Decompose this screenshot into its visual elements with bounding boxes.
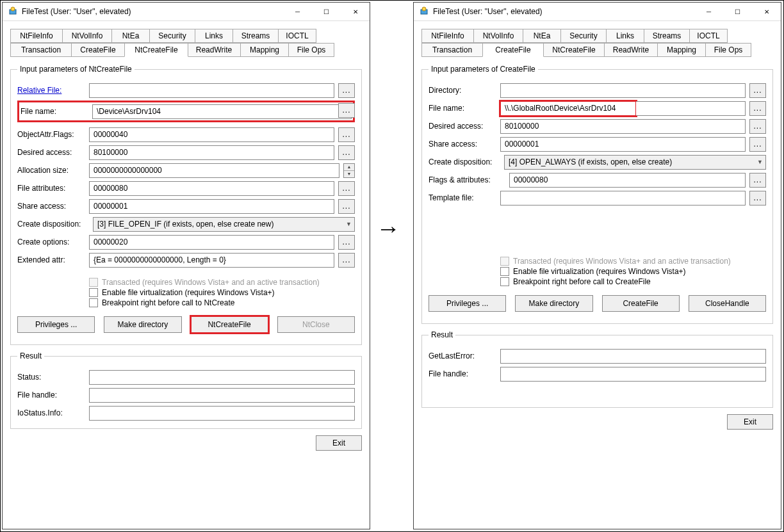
relative-file-input[interactable] bbox=[89, 83, 334, 98]
relative-file-browse-button[interactable]: ... bbox=[338, 83, 355, 98]
tab-ntvolinfo[interactable]: NtVolInfo bbox=[62, 29, 112, 43]
ext-attr-label: Extended attr: bbox=[17, 255, 89, 264]
alloc-size-input[interactable]: 0000000000000000 bbox=[89, 163, 339, 178]
file-name-browse-button[interactable]: ... bbox=[749, 101, 766, 116]
tab-fileops[interactable]: File Ops bbox=[288, 43, 334, 57]
flags-attr-button[interactable]: ... bbox=[749, 173, 766, 188]
relative-file-label[interactable]: Relative File: bbox=[17, 86, 89, 95]
make-directory-button[interactable]: Make directory bbox=[104, 316, 181, 333]
tab-ntfileinfo[interactable]: NtFileInfo bbox=[10, 29, 63, 43]
file-handle-output bbox=[89, 388, 355, 403]
file-attr-input[interactable]: 00000080 bbox=[89, 181, 334, 196]
maximize-button[interactable]: ☐ bbox=[312, 3, 341, 21]
objectattr-flags-input[interactable]: 00000040 bbox=[89, 127, 334, 142]
close-button[interactable]: ✕ bbox=[341, 3, 370, 21]
breakpoint-label: Breakpoint right before call to CreateFi… bbox=[513, 277, 651, 286]
ext-attr-input[interactable]: {Ea = 0000000000000000, Length = 0} bbox=[89, 253, 334, 268]
tab-ntea[interactable]: NtEa bbox=[523, 29, 561, 43]
tab-readwrite[interactable]: ReadWrite bbox=[604, 43, 658, 57]
closehandle-button[interactable]: CloseHandle bbox=[689, 295, 766, 312]
tab-ioctl[interactable]: IOCTL bbox=[689, 29, 728, 43]
exit-button[interactable]: Exit bbox=[727, 414, 773, 430]
group-result: Result GetLastError: File handle: x bbox=[421, 330, 773, 408]
tab-transaction[interactable]: Transaction bbox=[10, 43, 72, 57]
create-opts-button[interactable]: ... bbox=[338, 235, 355, 250]
breakpoint-checkbox[interactable] bbox=[500, 277, 509, 286]
ext-attr-button[interactable]: ... bbox=[338, 253, 355, 268]
tab-ioctl[interactable]: IOCTL bbox=[278, 29, 316, 43]
group-input-params: Input parameters of NtCreateFile Relativ… bbox=[10, 65, 362, 345]
desired-access-input[interactable]: 80100000 bbox=[500, 119, 746, 134]
tab-links[interactable]: Links bbox=[195, 29, 233, 43]
tab-createfile[interactable]: CreateFile bbox=[482, 43, 544, 57]
tab-ntcreatefile[interactable]: NtCreateFile bbox=[124, 43, 188, 57]
window-title: FileTest (User: "User", elevated) bbox=[433, 7, 694, 16]
tab-readwrite[interactable]: ReadWrite bbox=[187, 43, 241, 57]
file-attr-label: File attributes: bbox=[17, 184, 89, 193]
create-disp-select[interactable]: [3] FILE_OPEN_IF (if exists, open, else … bbox=[93, 217, 355, 232]
directory-browse-button[interactable]: ... bbox=[749, 83, 766, 98]
virtualization-checkbox[interactable] bbox=[500, 267, 509, 276]
file-name-input-rest[interactable] bbox=[636, 101, 746, 116]
template-file-input[interactable] bbox=[500, 191, 746, 206]
share-access-label: Share access: bbox=[429, 140, 500, 149]
create-disp-label: Create disposition: bbox=[429, 157, 504, 166]
file-handle-label: File handle: bbox=[429, 369, 500, 378]
tab-ntcreatefile[interactable]: NtCreateFile bbox=[543, 43, 605, 57]
template-file-label: Template file: bbox=[429, 193, 500, 202]
share-access-button[interactable]: ... bbox=[338, 199, 355, 214]
desired-access-button[interactable]: ... bbox=[749, 119, 766, 134]
tab-ntfileinfo[interactable]: NtFileInfo bbox=[421, 29, 474, 43]
minimize-button[interactable]: ─ bbox=[694, 3, 723, 21]
maximize-button[interactable]: ☐ bbox=[723, 3, 752, 21]
file-handle-output bbox=[500, 367, 766, 382]
tab-security[interactable]: Security bbox=[149, 29, 195, 43]
create-disp-select[interactable]: [4] OPEN_ALWAYS (if exists, open, else c… bbox=[504, 155, 766, 170]
tab-ntea[interactable]: NtEa bbox=[111, 29, 150, 43]
file-attr-button[interactable]: ... bbox=[338, 181, 355, 196]
desired-access-input[interactable]: 80100000 bbox=[89, 145, 334, 160]
file-name-browse-button[interactable]: ... bbox=[338, 103, 355, 118]
tab-links[interactable]: Links bbox=[606, 29, 644, 43]
file-name-label: File name: bbox=[20, 107, 92, 116]
tab-createfile[interactable]: CreateFile bbox=[71, 43, 125, 57]
transacted-checkbox bbox=[500, 257, 509, 266]
ntcreatefile-button[interactable]: NtCreateFile bbox=[191, 316, 268, 333]
createfile-button[interactable]: CreateFile bbox=[602, 295, 680, 312]
virtualization-checkbox[interactable] bbox=[89, 288, 98, 297]
file-name-input[interactable]: \Device\AsrDrv104 bbox=[92, 104, 352, 119]
file-name-input[interactable]: \\.\GlobalRoot\Device\AsrDrv104 bbox=[500, 101, 636, 116]
tab-transaction[interactable]: Transaction bbox=[421, 43, 483, 57]
titlebar: FileTest (User: "User", elevated) ─ ☐ ✕ bbox=[3, 3, 370, 21]
window-title: FileTest (User: "User", elevated) bbox=[22, 7, 283, 16]
directory-input[interactable] bbox=[500, 83, 746, 98]
file-handle-label: File handle: bbox=[17, 391, 89, 399]
svg-point-1 bbox=[11, 7, 15, 11]
create-disp-label: Create disposition: bbox=[17, 220, 93, 229]
tab-streams[interactable]: Streams bbox=[233, 29, 279, 43]
create-opts-input[interactable]: 00000020 bbox=[89, 235, 334, 250]
tab-mapping[interactable]: Mapping bbox=[657, 43, 706, 57]
share-access-input[interactable]: 00000001 bbox=[500, 137, 746, 152]
template-file-button[interactable]: ... bbox=[749, 191, 766, 206]
exit-button[interactable]: Exit bbox=[316, 435, 362, 451]
make-directory-button[interactable]: Make directory bbox=[515, 295, 592, 312]
tab-mapping[interactable]: Mapping bbox=[240, 43, 289, 57]
tab-fileops[interactable]: File Ops bbox=[705, 43, 751, 57]
close-button[interactable]: ✕ bbox=[752, 3, 781, 21]
tab-ntvolinfo[interactable]: NtVolInfo bbox=[473, 29, 523, 43]
flags-attr-input[interactable]: 00000080 bbox=[509, 173, 746, 188]
share-access-input[interactable]: 00000001 bbox=[89, 199, 334, 214]
objectattr-flags-button[interactable]: ... bbox=[338, 127, 355, 142]
privileges-button[interactable]: Privileges ... bbox=[429, 295, 506, 312]
tab-strip: NtFileInfo NtVolInfo NtEa Security Links… bbox=[421, 29, 773, 61]
privileges-button[interactable]: Privileges ... bbox=[17, 316, 95, 333]
breakpoint-checkbox[interactable] bbox=[89, 298, 98, 307]
tab-streams[interactable]: Streams bbox=[644, 29, 690, 43]
ntclose-button[interactable]: NtClose bbox=[277, 316, 355, 333]
share-access-button[interactable]: ... bbox=[749, 137, 766, 152]
tab-security[interactable]: Security bbox=[560, 29, 607, 43]
desired-access-button[interactable]: ... bbox=[338, 145, 355, 160]
minimize-button[interactable]: ─ bbox=[283, 3, 312, 21]
alloc-size-spinner[interactable]: ▲▼ bbox=[343, 163, 355, 178]
